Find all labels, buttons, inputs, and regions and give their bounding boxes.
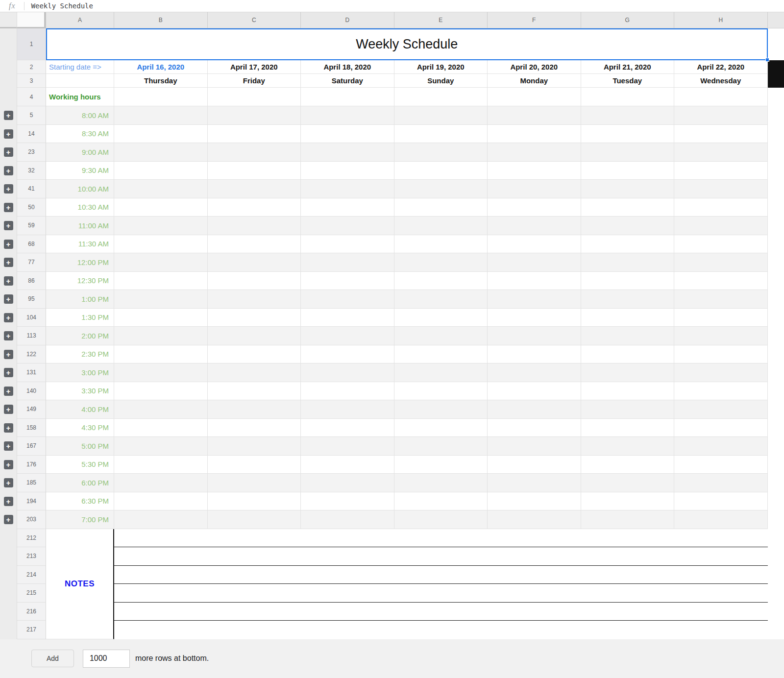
cell[interactable] — [674, 437, 768, 456]
cell[interactable] — [581, 162, 675, 180]
cell[interactable] — [488, 125, 581, 144]
cell[interactable] — [114, 492, 208, 511]
cell[interactable] — [674, 106, 768, 125]
cell[interactable] — [581, 88, 675, 106]
row-header-203[interactable]: 203 — [17, 510, 46, 529]
notes-line-cell[interactable] — [114, 566, 768, 584]
expand-group-button[interactable]: + — [4, 387, 13, 396]
expand-group-button[interactable]: + — [4, 221, 13, 230]
time-cell[interactable]: 12:00 PM — [46, 253, 114, 272]
add-rows-button[interactable]: Add — [31, 650, 74, 667]
time-cell[interactable]: 2:30 PM — [46, 345, 114, 364]
expand-group-button[interactable]: + — [4, 441, 13, 451]
cell[interactable] — [674, 510, 768, 529]
day-cell[interactable]: Wednesday — [674, 74, 768, 88]
date-cell[interactable]: April 18, 2020 — [301, 60, 394, 74]
expand-group-button[interactable]: + — [4, 497, 13, 506]
cell[interactable] — [208, 162, 301, 180]
cell[interactable] — [394, 253, 488, 272]
cell[interactable] — [301, 456, 394, 474]
column-header-c[interactable]: C — [208, 12, 301, 28]
expand-group-button[interactable]: + — [4, 294, 13, 304]
row-header-41[interactable]: 41 — [17, 180, 46, 198]
cell[interactable] — [114, 290, 208, 309]
cell[interactable] — [394, 290, 488, 309]
cell[interactable] — [488, 198, 581, 217]
cell[interactable] — [208, 437, 301, 456]
expand-group-button[interactable]: + — [4, 313, 13, 322]
cell[interactable] — [674, 363, 768, 382]
row-header-104[interactable]: 104 — [17, 309, 46, 327]
row-header-185[interactable]: 185 — [17, 474, 46, 492]
cell[interactable] — [114, 510, 208, 529]
cell[interactable] — [488, 180, 581, 198]
date-cell[interactable]: April 17, 2020 — [208, 60, 301, 74]
cell[interactable] — [488, 309, 581, 327]
day-cell[interactable]: Thursday — [114, 74, 208, 88]
cell[interactable] — [114, 235, 208, 254]
cell[interactable] — [114, 272, 208, 291]
day-cell[interactable]: Sunday — [394, 74, 488, 88]
time-cell[interactable]: 3:00 PM — [46, 363, 114, 382]
cell[interactable] — [394, 400, 488, 419]
row-header-212[interactable]: 212 — [17, 529, 46, 548]
cell[interactable] — [488, 400, 581, 419]
time-cell[interactable]: 12:30 PM — [46, 272, 114, 291]
day-cell[interactable]: Tuesday — [581, 74, 675, 88]
time-cell[interactable]: 8:00 AM — [46, 106, 114, 125]
cell[interactable] — [208, 327, 301, 345]
row-header-214[interactable]: 214 — [17, 566, 46, 584]
cell[interactable] — [394, 217, 488, 235]
row-header-77[interactable]: 77 — [17, 253, 46, 272]
cell[interactable] — [394, 474, 488, 492]
cell[interactable] — [114, 309, 208, 327]
cell[interactable] — [114, 88, 208, 106]
cell[interactable] — [208, 125, 301, 144]
cell[interactable] — [674, 143, 768, 162]
cell[interactable] — [208, 363, 301, 382]
cell[interactable] — [394, 345, 488, 364]
row-header-50[interactable]: 50 — [17, 198, 46, 217]
cell[interactable] — [581, 345, 675, 364]
column-header-d[interactable]: D — [301, 12, 394, 28]
expand-group-button[interactable]: + — [4, 129, 13, 139]
cell[interactable] — [488, 217, 581, 235]
cell[interactable] — [581, 437, 675, 456]
cell[interactable] — [114, 382, 208, 401]
row-header-4[interactable]: 4 — [17, 88, 46, 106]
cell[interactable] — [46, 74, 114, 88]
cell[interactable] — [114, 419, 208, 437]
cell[interactable] — [208, 419, 301, 437]
time-cell[interactable]: 7:00 PM — [46, 510, 114, 529]
cell[interactable] — [114, 198, 208, 217]
time-cell[interactable]: 6:00 PM — [46, 474, 114, 492]
expand-group-button[interactable]: + — [4, 350, 13, 359]
day-cell[interactable]: Friday — [208, 74, 301, 88]
time-cell[interactable]: 5:00 PM — [46, 437, 114, 456]
column-header-f[interactable]: F — [488, 12, 581, 28]
cell[interactable] — [674, 198, 768, 217]
cell[interactable] — [581, 474, 675, 492]
cell[interactable] — [581, 400, 675, 419]
cell[interactable] — [301, 272, 394, 291]
time-cell[interactable]: 1:30 PM — [46, 309, 114, 327]
time-cell[interactable]: 6:30 PM — [46, 492, 114, 511]
cell[interactable] — [301, 345, 394, 364]
cell[interactable] — [674, 492, 768, 511]
cell[interactable] — [114, 456, 208, 474]
cell[interactable] — [114, 143, 208, 162]
time-cell[interactable]: 9:30 AM — [46, 162, 114, 180]
cell[interactable] — [488, 162, 581, 180]
time-cell[interactable]: 10:00 AM — [46, 180, 114, 198]
expand-group-button[interactable]: + — [4, 203, 13, 212]
cell[interactable] — [114, 106, 208, 125]
cell[interactable] — [301, 143, 394, 162]
cell[interactable] — [674, 456, 768, 474]
cell[interactable] — [674, 400, 768, 419]
cell[interactable] — [301, 162, 394, 180]
expand-group-button[interactable]: + — [4, 460, 13, 469]
cell[interactable] — [581, 253, 675, 272]
cell[interactable] — [114, 253, 208, 272]
cell[interactable] — [114, 162, 208, 180]
row-header-2[interactable]: 2 — [17, 60, 46, 74]
